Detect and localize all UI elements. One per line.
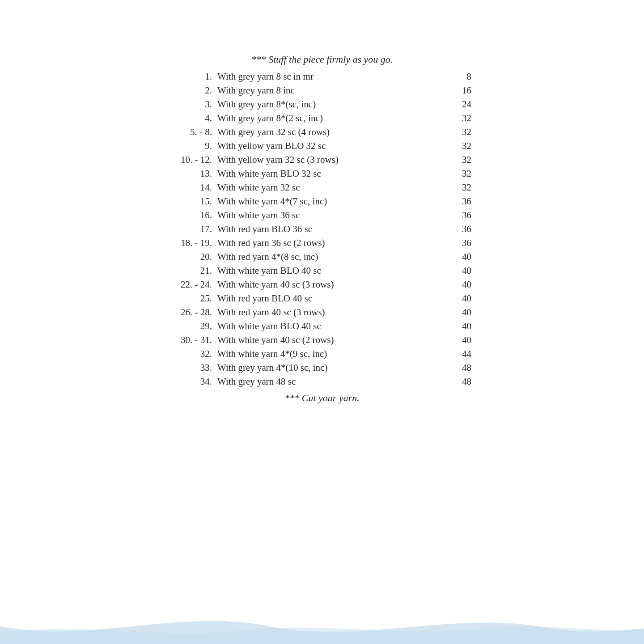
table-row: 29.With white yarn BLO 40 sc40 (170, 319, 474, 333)
row-number: 33. (170, 361, 215, 375)
row-instruction: With grey yarn 32 sc (4 rows) (215, 125, 447, 139)
table-row: 25.With red yarn BLO 40 sc40 (170, 292, 474, 305)
header-note: *** Stuff the piece firmly as you go. (251, 54, 393, 65)
row-instruction: With white yarn BLO 32 sc (215, 167, 447, 181)
wave-decoration (0, 608, 644, 644)
row-instruction: With red yarn 36 sc (2 rows) (215, 236, 447, 250)
row-count: 40 (447, 278, 474, 292)
row-count: 36 (447, 236, 474, 250)
row-number: 13. (170, 167, 215, 181)
row-instruction: With yellow yarn 32 sc (3 rows) (215, 153, 447, 167)
row-count: 40 (447, 292, 474, 305)
row-count: 32 (447, 125, 474, 139)
row-number: 10. - 12. (170, 153, 215, 167)
row-instruction: With white yarn BLO 40 sc (215, 264, 447, 278)
row-number: 26. - 28. (170, 305, 215, 319)
table-row: 3.With grey yarn 8*(sc, inc)24 (170, 97, 474, 111)
row-count: 44 (447, 347, 474, 361)
row-count: 40 (447, 264, 474, 278)
content-area: *** Stuff the piece firmly as you go. 1.… (170, 54, 474, 404)
instructions-table: 1.With grey yarn 8 sc in mr82.With grey … (170, 70, 474, 389)
row-number: 32. (170, 347, 215, 361)
row-instruction: With red yarn 4*(8 sc, inc) (215, 250, 447, 264)
row-number: 34. (170, 375, 215, 389)
row-count: 32 (447, 181, 474, 195)
row-number: 25. (170, 292, 215, 305)
row-number: 21. (170, 264, 215, 278)
row-instruction: With white yarn 4*(9 sc, inc) (215, 347, 447, 361)
table-row: 33.With grey yarn 4*(10 sc, inc)48 (170, 361, 474, 375)
table-row: 4.With grey yarn 8*(2 sc, inc)32 (170, 111, 474, 125)
table-row: 9.With yellow yarn BLO 32 sc32 (170, 139, 474, 153)
row-instruction: With grey yarn 8*(sc, inc) (215, 97, 447, 111)
table-row: 10. - 12.With yellow yarn 32 sc (3 rows)… (170, 153, 474, 167)
row-number: 18. - 19. (170, 236, 215, 250)
row-count: 40 (447, 305, 474, 319)
row-count: 24 (447, 97, 474, 111)
table-row: 22. - 24.With white yarn 40 sc (3 rows)4… (170, 278, 474, 292)
row-number: 9. (170, 139, 215, 153)
row-count: 48 (447, 375, 474, 389)
table-row: 15.With white yarn 4*(7 sc, inc)36 (170, 195, 474, 208)
row-count: 36 (447, 208, 474, 222)
row-instruction: With white yarn BLO 40 sc (215, 319, 447, 333)
row-number: 22. - 24. (170, 278, 215, 292)
row-number: 30. - 31. (170, 333, 215, 347)
row-instruction: With red yarn BLO 40 sc (215, 292, 447, 305)
table-row: 18. - 19.With red yarn 36 sc (2 rows)36 (170, 236, 474, 250)
table-row: 21.With white yarn BLO 40 sc40 (170, 264, 474, 278)
row-number: 15. (170, 195, 215, 208)
row-count: 16 (447, 84, 474, 97)
row-number: 2. (170, 84, 215, 97)
row-count: 32 (447, 167, 474, 181)
page-container: *** Stuff the piece firmly as you go. 1.… (0, 0, 644, 644)
row-instruction: With red yarn BLO 36 sc (215, 222, 447, 236)
row-number: 20. (170, 250, 215, 264)
table-row: 20.With red yarn 4*(8 sc, inc)40 (170, 250, 474, 264)
row-instruction: With yellow yarn BLO 32 sc (215, 139, 447, 153)
row-count: 32 (447, 139, 474, 153)
table-row: 17.With red yarn BLO 36 sc36 (170, 222, 474, 236)
row-instruction: With white yarn 40 sc (3 rows) (215, 278, 447, 292)
row-number: 5. - 8. (170, 125, 215, 139)
row-count: 40 (447, 333, 474, 347)
row-number: 1. (170, 70, 215, 84)
footer-note: *** Cut your yarn. (284, 392, 359, 404)
row-number: 4. (170, 111, 215, 125)
row-instruction: With grey yarn 8 inc (215, 84, 447, 97)
table-row: 34.With grey yarn 48 sc48 (170, 375, 474, 389)
table-row: 13.With white yarn BLO 32 sc32 (170, 167, 474, 181)
table-row: 14.With white yarn 32 sc32 (170, 181, 474, 195)
row-count: 32 (447, 153, 474, 167)
row-number: 17. (170, 222, 215, 236)
table-row: 32.With white yarn 4*(9 sc, inc)44 (170, 347, 474, 361)
table-row: 30. - 31.With white yarn 40 sc (2 rows)4… (170, 333, 474, 347)
row-instruction: With grey yarn 48 sc (215, 375, 447, 389)
row-number: 29. (170, 319, 215, 333)
row-number: 3. (170, 97, 215, 111)
table-row: 2.With grey yarn 8 inc16 (170, 84, 474, 97)
row-instruction: With white yarn 4*(7 sc, inc) (215, 195, 447, 208)
row-count: 40 (447, 319, 474, 333)
table-row: 5. - 8.With grey yarn 32 sc (4 rows)32 (170, 125, 474, 139)
table-row: 26. - 28.With red yarn 40 sc (3 rows)40 (170, 305, 474, 319)
row-instruction: With white yarn 36 sc (215, 208, 447, 222)
row-number: 14. (170, 181, 215, 195)
row-count: 36 (447, 222, 474, 236)
row-count: 8 (447, 70, 474, 84)
row-instruction: With grey yarn 4*(10 sc, inc) (215, 361, 447, 375)
row-count: 48 (447, 361, 474, 375)
row-count: 40 (447, 250, 474, 264)
row-instruction: With white yarn 40 sc (2 rows) (215, 333, 447, 347)
table-row: 1.With grey yarn 8 sc in mr8 (170, 70, 474, 84)
row-count: 36 (447, 195, 474, 208)
row-instruction: With white yarn 32 sc (215, 181, 447, 195)
table-row: 16.With white yarn 36 sc36 (170, 208, 474, 222)
row-count: 32 (447, 111, 474, 125)
row-number: 16. (170, 208, 215, 222)
row-instruction: With red yarn 40 sc (3 rows) (215, 305, 447, 319)
row-instruction: With grey yarn 8*(2 sc, inc) (215, 111, 447, 125)
row-instruction: With grey yarn 8 sc in mr (215, 70, 447, 84)
